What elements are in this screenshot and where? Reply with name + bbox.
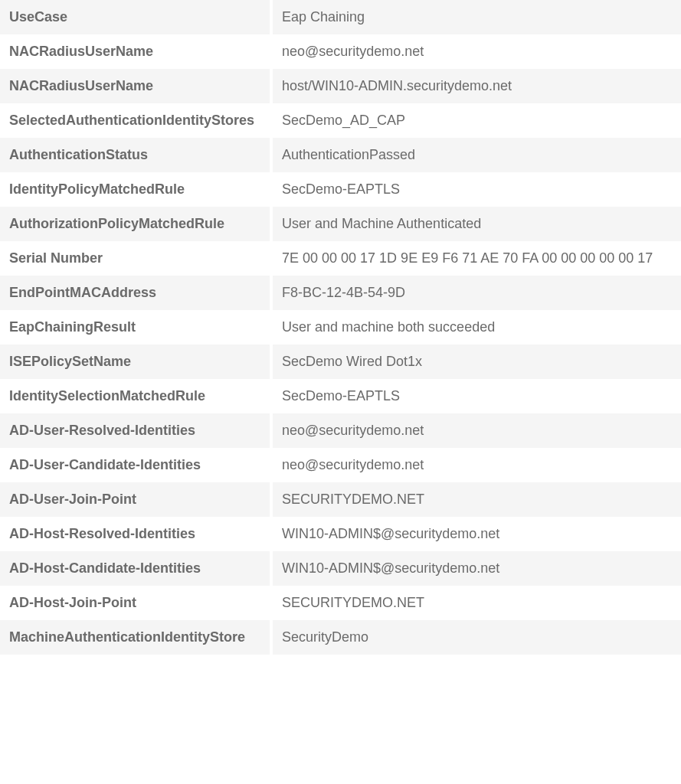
attribute-name: AuthorizationPolicyMatchedRule (0, 207, 273, 241)
attribute-name: AD-User-Resolved-Identities (0, 413, 273, 448)
table-row: AD-User-Join-PointSECURITYDEMO.NET (0, 482, 681, 517)
attribute-name: UseCase (0, 0, 273, 34)
table-row: EapChainingResultUser and machine both s… (0, 310, 681, 345)
attribute-value: Eap Chaining (273, 0, 681, 34)
attribute-value: SECURITYDEMO.NET (273, 482, 681, 517)
attribute-value: 7E 00 00 00 17 1D 9E E9 F6 71 AE 70 FA 0… (273, 241, 681, 276)
attribute-value: neo@securitydemo.net (273, 413, 681, 448)
table-row: NACRadiusUserNamehost/WIN10-ADMIN.securi… (0, 69, 681, 103)
attribute-name: MachineAuthenticationIdentityStore (0, 620, 273, 655)
table-row: ISEPolicySetNameSecDemo Wired Dot1x (0, 345, 681, 379)
attribute-name: AD-Host-Resolved-Identities (0, 517, 273, 551)
table-row: AD-Host-Join-PointSECURITYDEMO.NET (0, 586, 681, 620)
table-row: EndPointMACAddressF8-BC-12-4B-54-9D (0, 276, 681, 310)
table-row: SelectedAuthenticationIdentityStoresSecD… (0, 103, 681, 138)
table-row: Serial Number7E 00 00 00 17 1D 9E E9 F6 … (0, 241, 681, 276)
attribute-value: User and machine both succeeded (273, 310, 681, 345)
table-row: IdentityPolicyMatchedRuleSecDemo-EAPTLS (0, 172, 681, 207)
table-row: AuthorizationPolicyMatchedRuleUser and M… (0, 207, 681, 241)
attribute-name: SelectedAuthenticationIdentityStores (0, 103, 273, 138)
table-row: MachineAuthenticationIdentityStoreSecuri… (0, 620, 681, 655)
table-row: IdentitySelectionMatchedRuleSecDemo-EAPT… (0, 379, 681, 413)
attribute-value: SecDemo-EAPTLS (273, 172, 681, 207)
table-row: NACRadiusUserNameneo@securitydemo.net (0, 34, 681, 69)
table-row: AD-User-Candidate-Identitiesneo@security… (0, 448, 681, 482)
attribute-value: F8-BC-12-4B-54-9D (273, 276, 681, 310)
attribute-name: NACRadiusUserName (0, 34, 273, 69)
attribute-value: neo@securitydemo.net (273, 34, 681, 69)
attribute-value: User and Machine Authenticated (273, 207, 681, 241)
table-row: AD-User-Resolved-Identitiesneo@securityd… (0, 413, 681, 448)
attribute-name: AD-Host-Join-Point (0, 586, 273, 620)
attribute-name: AD-User-Candidate-Identities (0, 448, 273, 482)
attribute-name: EapChainingResult (0, 310, 273, 345)
table-row: AD-Host-Resolved-IdentitiesWIN10-ADMIN$@… (0, 517, 681, 551)
attribute-name: NACRadiusUserName (0, 69, 273, 103)
attribute-value: SecDemo Wired Dot1x (273, 345, 681, 379)
attribute-value: AuthenticationPassed (273, 138, 681, 172)
attribute-value: SecDemo_AD_CAP (273, 103, 681, 138)
attribute-value: SecurityDemo (273, 620, 681, 655)
attribute-name: AD-User-Join-Point (0, 482, 273, 517)
attribute-name: IdentityPolicyMatchedRule (0, 172, 273, 207)
attribute-value: WIN10-ADMIN$@securitydemo.net (273, 551, 681, 586)
table-row: UseCaseEap Chaining (0, 0, 681, 34)
attribute-value: WIN10-ADMIN$@securitydemo.net (273, 517, 681, 551)
attribute-name: ISEPolicySetName (0, 345, 273, 379)
attribute-table: UseCaseEap ChainingNACRadiusUserNameneo@… (0, 0, 681, 655)
attribute-name: IdentitySelectionMatchedRule (0, 379, 273, 413)
table-row: AuthenticationStatusAuthenticationPassed (0, 138, 681, 172)
attribute-name: AD-Host-Candidate-Identities (0, 551, 273, 586)
attribute-value: SecDemo-EAPTLS (273, 379, 681, 413)
attribute-value: host/WIN10-ADMIN.securitydemo.net (273, 69, 681, 103)
attribute-value: neo@securitydemo.net (273, 448, 681, 482)
attribute-value: SECURITYDEMO.NET (273, 586, 681, 620)
attribute-name: EndPointMACAddress (0, 276, 273, 310)
table-row: AD-Host-Candidate-IdentitiesWIN10-ADMIN$… (0, 551, 681, 586)
attribute-name: Serial Number (0, 241, 273, 276)
attribute-name: AuthenticationStatus (0, 138, 273, 172)
